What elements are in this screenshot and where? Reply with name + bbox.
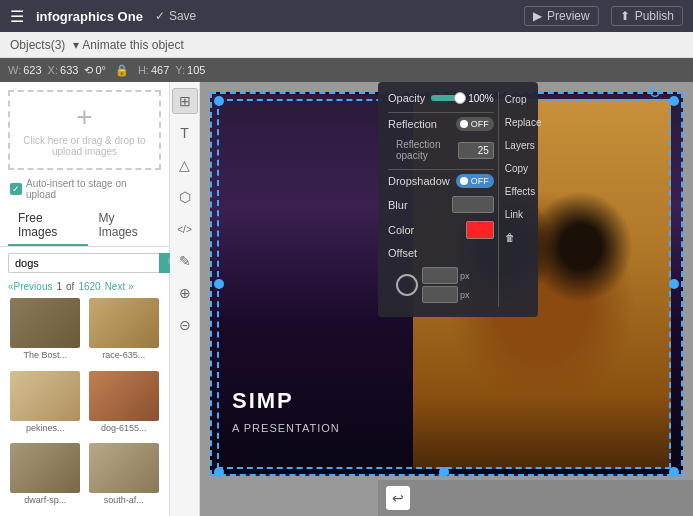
dimensions-bar: W: 623 X: 633 ⟲ 0° 🔒 H: 467 Y: 105 bbox=[0, 58, 693, 82]
tool-remove[interactable]: ⊝ bbox=[172, 312, 198, 338]
dog-thumbnail bbox=[89, 371, 159, 421]
search-row: 🔍 bbox=[8, 253, 161, 273]
search-input[interactable] bbox=[8, 253, 159, 273]
publish-button[interactable]: ⬆ Publish bbox=[611, 6, 683, 26]
app-logo: infographics One bbox=[36, 9, 143, 24]
tool-add[interactable]: ⊕ bbox=[172, 280, 198, 306]
reflection-toggle[interactable]: OFF bbox=[456, 117, 494, 131]
color-swatch[interactable] bbox=[466, 221, 494, 239]
left-panel: + Click here or drag & drop to upload im… bbox=[0, 82, 170, 516]
effects-right-actions: Crop Replace Layers Copy Effects Link 🗑 bbox=[498, 92, 542, 307]
list-item[interactable]: dog-6155... bbox=[87, 371, 162, 440]
angle-icon: ⟲ bbox=[84, 64, 93, 77]
reflection-opacity-label: Reflection opacity bbox=[396, 139, 452, 161]
hamburger-icon[interactable]: ☰ bbox=[10, 7, 24, 26]
upload-area[interactable]: + Click here or drag & drop to upload im… bbox=[8, 90, 161, 170]
image-tabs: Free Images My Images bbox=[0, 206, 169, 247]
offset-x-input[interactable] bbox=[422, 267, 458, 284]
image-label: The Bost... bbox=[10, 350, 80, 360]
tool-draw[interactable]: ✎ bbox=[172, 248, 198, 274]
tool-shape[interactable]: △ bbox=[172, 152, 198, 178]
next-page[interactable]: Next » bbox=[105, 281, 134, 292]
animate-button[interactable]: ▾ Animate this object bbox=[73, 38, 183, 52]
opacity-slider[interactable] bbox=[431, 95, 459, 101]
top-nav: ☰ infographics One ✓ Save ▶ Preview ⬆ Pu… bbox=[0, 0, 693, 32]
list-item[interactable]: race-635... bbox=[87, 298, 162, 367]
dropshadow-toggle[interactable]: OFF bbox=[456, 174, 494, 188]
image-label: south-af... bbox=[89, 495, 159, 505]
image-grid: The Bost... race-635... pekines... dog-6… bbox=[0, 294, 169, 516]
resize-handle-ml[interactable] bbox=[214, 279, 224, 289]
list-item[interactable]: south-af... bbox=[87, 443, 162, 512]
list-item[interactable]: dwarf-sp... bbox=[8, 443, 83, 512]
resize-handle-bl[interactable] bbox=[214, 467, 224, 477]
upload-plus-icon: + bbox=[76, 103, 92, 131]
copy-action[interactable]: Copy bbox=[505, 163, 542, 174]
x-label: X: bbox=[48, 64, 58, 76]
y-label: Y: bbox=[175, 64, 185, 76]
dog-thumbnail bbox=[89, 443, 159, 493]
height-label: H: bbox=[138, 64, 149, 76]
height-value[interactable]: 467 bbox=[151, 64, 169, 76]
canvas-title: SIMP bbox=[232, 388, 294, 414]
y-value[interactable]: 105 bbox=[187, 64, 205, 76]
list-item[interactable]: The Bost... bbox=[8, 298, 83, 367]
auto-insert-label: Auto-insert to stage on upload bbox=[26, 178, 159, 200]
dog-thumbnail bbox=[10, 443, 80, 493]
pagination: «Previous 1 of 1620 Next » bbox=[0, 279, 169, 294]
image-label: race-635... bbox=[89, 350, 159, 360]
preview-button[interactable]: ▶ Preview bbox=[524, 6, 599, 26]
play-icon: ▶ bbox=[533, 9, 542, 23]
image-label: dwarf-sp... bbox=[10, 495, 80, 505]
canvas-area[interactable]: ↻ SIMP A PRESENTATION Opacity 100% bbox=[200, 82, 693, 516]
layers-action[interactable]: Layers bbox=[505, 140, 542, 151]
auto-insert-checkbox[interactable]: ✓ bbox=[10, 183, 22, 195]
offset-y-input[interactable] bbox=[422, 286, 458, 303]
width-value[interactable]: 623 bbox=[23, 64, 41, 76]
dog-thumbnail bbox=[10, 371, 80, 421]
dog-thumbnail bbox=[89, 298, 159, 348]
effects-panel: Opacity 100% Reflection OFF bbox=[378, 82, 538, 317]
dropshadow-label: Dropshadow bbox=[388, 175, 450, 187]
list-item[interactable]: pekines... bbox=[8, 371, 83, 440]
canvas-bottom-bar: ↩ bbox=[378, 480, 693, 516]
objects-count: Objects(3) bbox=[10, 38, 65, 52]
reflection-opacity-input[interactable] bbox=[458, 142, 494, 159]
replace-action[interactable]: Replace bbox=[505, 117, 542, 128]
main-layout: + Click here or drag & drop to upload im… bbox=[0, 82, 693, 516]
objects-bar: Objects(3) ▾ Animate this object bbox=[0, 32, 693, 58]
total-pages: 1620 bbox=[78, 281, 100, 292]
side-toolbar: ⊞ T △ ⬡ </> ✎ ⊕ ⊝ bbox=[170, 82, 200, 516]
tool-code[interactable]: </> bbox=[172, 216, 198, 242]
width-label: W: bbox=[8, 64, 21, 76]
tool-text[interactable]: T bbox=[172, 120, 198, 146]
link-action[interactable]: Link bbox=[505, 209, 542, 220]
save-button[interactable]: ✓ Save bbox=[155, 9, 196, 23]
color-label: Color bbox=[388, 224, 460, 236]
resize-handle-br[interactable] bbox=[669, 467, 679, 477]
opacity-value: 100% bbox=[466, 93, 494, 104]
opacity-label: Opacity bbox=[388, 92, 425, 104]
lock-icon: 🔒 bbox=[115, 64, 129, 77]
blur-label: Blur bbox=[388, 199, 446, 211]
effects-controls: Opacity 100% Reflection OFF bbox=[388, 92, 494, 307]
resize-handle-tl[interactable] bbox=[214, 96, 224, 106]
angle-value[interactable]: 0° bbox=[95, 64, 106, 76]
prev-page[interactable]: «Previous bbox=[8, 281, 52, 292]
x-value[interactable]: 633 bbox=[60, 64, 78, 76]
tab-free-images[interactable]: Free Images bbox=[8, 206, 88, 246]
crop-action[interactable]: Crop bbox=[505, 94, 542, 105]
undo-button[interactable]: ↩ bbox=[386, 486, 410, 510]
tool-polygon[interactable]: ⬡ bbox=[172, 184, 198, 210]
delete-action[interactable]: 🗑 bbox=[505, 232, 542, 243]
offset-circle[interactable] bbox=[396, 274, 418, 296]
effects-action[interactable]: Effects bbox=[505, 186, 542, 197]
auto-insert-row: ✓ Auto-insert to stage on upload bbox=[0, 178, 169, 206]
tab-my-images[interactable]: My Images bbox=[88, 206, 161, 246]
dog-thumbnail bbox=[10, 298, 80, 348]
publish-icon: ⬆ bbox=[620, 9, 630, 23]
blur-input[interactable] bbox=[452, 196, 494, 213]
image-label: pekines... bbox=[10, 423, 80, 433]
offset-label: Offset bbox=[388, 247, 494, 259]
tool-select[interactable]: ⊞ bbox=[172, 88, 198, 114]
